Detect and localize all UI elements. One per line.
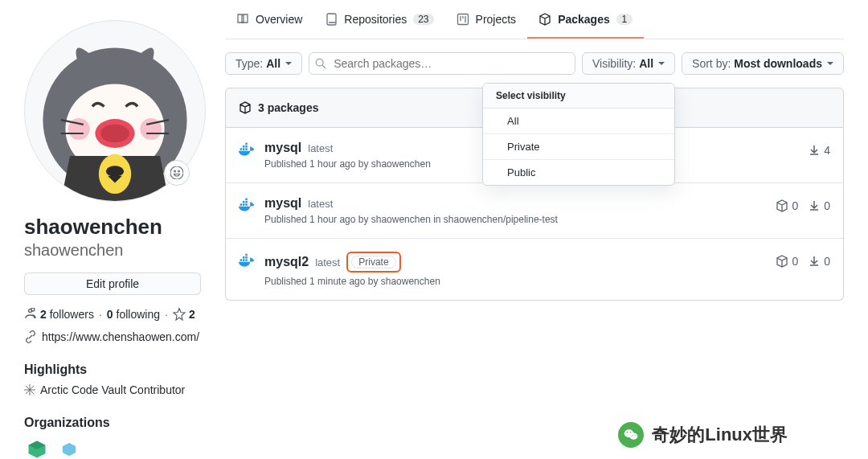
- svg-rect-31: [245, 201, 248, 203]
- package-stats: 00: [776, 199, 830, 212]
- docker-icon: [239, 198, 255, 212]
- dropdown-item-public[interactable]: Public: [483, 160, 674, 185]
- snowflake-icon: [24, 384, 35, 395]
- downloads-stat: 0: [808, 199, 830, 212]
- package-tag: latest: [315, 256, 340, 268]
- svg-point-5: [100, 125, 129, 142]
- tab-packages[interactable]: Packages 1: [527, 0, 644, 39]
- edit-profile-button[interactable]: Edit profile: [24, 273, 201, 295]
- svg-rect-26: [245, 143, 248, 145]
- sort-filter[interactable]: Sort by: Most downloads: [682, 52, 844, 75]
- package-tag: latest: [308, 198, 333, 210]
- svg-rect-30: [243, 201, 245, 203]
- package-stats: 4: [808, 144, 830, 157]
- profile-name: shaowenchen: [24, 215, 201, 240]
- profile-tabs: Overview Repositories 23 Projects Packag…: [225, 0, 844, 39]
- tab-overview[interactable]: Overview: [225, 0, 313, 39]
- stars-count[interactable]: 2: [189, 308, 195, 321]
- tab-repositories[interactable]: Repositories 23: [313, 0, 444, 39]
- dropdown-item-private[interactable]: Private: [483, 134, 674, 160]
- org-badge-2[interactable]: [56, 436, 82, 459]
- private-badge: Private: [351, 256, 395, 268]
- svg-rect-38: [245, 254, 248, 256]
- svg-rect-37: [245, 256, 248, 259]
- visibility-filter[interactable]: Visibility: All: [582, 52, 675, 75]
- package-name[interactable]: mysql: [264, 141, 301, 155]
- svg-rect-24: [243, 145, 245, 148]
- downloads-stat: 4: [808, 144, 830, 157]
- deps-stat: 0: [776, 255, 798, 268]
- dropdown-header: Select visibility: [483, 84, 674, 109]
- svg-point-40: [630, 433, 638, 440]
- package-stats: 00: [776, 255, 830, 268]
- following-link[interactable]: 0 following: [107, 308, 160, 321]
- package-name[interactable]: mysql2: [264, 255, 309, 269]
- watermark: 奇妙的Linux世界: [618, 422, 788, 448]
- svg-rect-36: [243, 256, 245, 259]
- dropdown-item-all[interactable]: All: [483, 109, 674, 134]
- visibility-dropdown: Select visibility All Private Public: [482, 83, 675, 186]
- svg-point-3: [106, 166, 124, 176]
- search-icon: [315, 58, 326, 72]
- profile-login: shaowenchen: [24, 241, 201, 260]
- link-icon: [24, 330, 37, 343]
- svg-rect-25: [245, 145, 248, 148]
- svg-rect-35: [245, 259, 248, 261]
- downloads-stat: 0: [808, 255, 830, 268]
- package-meta: Published 1 minute ago by shaowenchen: [264, 276, 766, 287]
- package-name[interactable]: mysql: [264, 196, 301, 211]
- svg-rect-15: [457, 14, 468, 25]
- followers-link[interactable]: 2 followers: [40, 308, 94, 321]
- repo-icon: [325, 13, 338, 26]
- svg-point-43: [632, 435, 633, 436]
- smiley-icon: [170, 166, 183, 179]
- packages-count: 1: [616, 14, 633, 25]
- type-filter[interactable]: Type: All: [225, 52, 302, 75]
- package-icon: [538, 13, 551, 26]
- repo-count: 23: [413, 14, 433, 25]
- package-meta: Published 1 hour ago by shaowenchen in s…: [264, 214, 766, 225]
- svg-line-20: [322, 65, 326, 68]
- chevron-down-icon: [658, 62, 665, 65]
- svg-rect-29: [245, 203, 248, 206]
- svg-rect-28: [243, 203, 245, 206]
- search-packages-input[interactable]: [309, 52, 575, 75]
- highlight-item: Arctic Code Vault Contributor: [24, 383, 201, 396]
- org-badge-1[interactable]: [24, 436, 50, 459]
- svg-point-19: [316, 59, 323, 66]
- private-highlight: Private: [346, 252, 400, 273]
- avatar-wrap: [24, 20, 201, 202]
- package-tag: latest: [308, 142, 333, 154]
- download-icon: [808, 144, 821, 157]
- deps-stat: 0: [776, 199, 798, 212]
- svg-rect-21: [240, 148, 243, 150]
- svg-point-42: [630, 432, 632, 433]
- svg-rect-33: [240, 259, 243, 261]
- tab-projects[interactable]: Projects: [445, 0, 528, 39]
- docker-icon: [239, 253, 255, 268]
- svg-rect-22: [243, 148, 245, 150]
- svg-rect-34: [243, 259, 245, 261]
- svg-marker-14: [63, 443, 76, 456]
- chevron-down-icon: [285, 62, 292, 65]
- wechat-icon: [618, 422, 644, 448]
- svg-rect-27: [240, 203, 243, 206]
- docker-icon: [239, 142, 255, 157]
- website-link[interactable]: https://www.chenshaowen.com/: [24, 330, 201, 343]
- svg-point-41: [627, 432, 628, 433]
- book-icon: [236, 13, 249, 26]
- project-icon: [457, 13, 469, 26]
- package-item: mysql2 latest Private Published 1 minute…: [226, 239, 843, 300]
- download-icon: [808, 255, 821, 268]
- svg-point-44: [635, 435, 636, 436]
- download-icon: [808, 199, 821, 212]
- package-icon: [239, 101, 252, 114]
- set-status-button[interactable]: [164, 160, 190, 186]
- orgs-heading: Organizations: [24, 416, 201, 430]
- svg-rect-23: [245, 148, 248, 150]
- package-dep-icon: [776, 199, 788, 212]
- profile-stats: 2 followers · 0 following · 2: [24, 308, 201, 321]
- svg-rect-32: [245, 199, 248, 201]
- package-dep-icon: [776, 255, 788, 268]
- star-icon: [173, 308, 186, 321]
